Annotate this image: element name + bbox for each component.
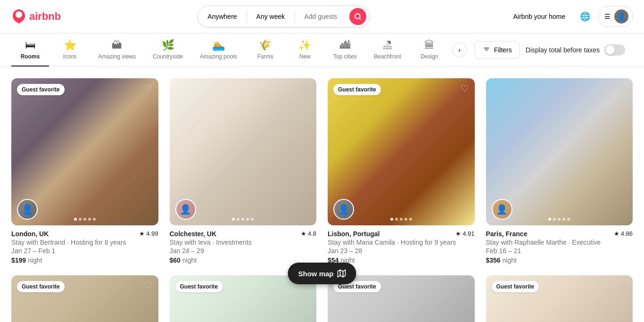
- listing-location: London, UK: [11, 230, 49, 238]
- listing-card[interactable]: Guest favorite ♡ 👤 Lisbon, Portugal ★ 4.…: [328, 78, 475, 264]
- image-dot: [93, 218, 96, 221]
- logo[interactable]: airbnb: [11, 9, 61, 24]
- listing-location: Colchester, UK: [170, 230, 217, 238]
- category-label-top-cities: Top cities: [333, 53, 357, 60]
- rating-value: 4.8: [308, 230, 316, 237]
- category-item-beachfront[interactable]: 🏖 Beachfront: [366, 33, 409, 66]
- guest-favorite-badge: Guest favorite: [492, 281, 539, 292]
- category-label-amazing-pools: Amazing pools: [200, 53, 237, 60]
- toggle-knob: [605, 45, 615, 55]
- price-unit: night: [182, 256, 197, 264]
- guest-favorite-badge: Guest favorite: [333, 84, 381, 95]
- image-dot: [405, 218, 407, 221]
- image-dot: [83, 218, 86, 221]
- logo-text: airbnb: [29, 10, 61, 23]
- listing-card[interactable]: ♡ 👤 Paris, France ★ 4.86 Stay with Rapha…: [486, 78, 633, 264]
- category-item-top-cities[interactable]: 🏙 Top cities: [326, 33, 364, 66]
- price-unit: night: [503, 256, 517, 264]
- category-item-countryside[interactable]: 🌿 Countryside: [145, 33, 190, 66]
- filters-button[interactable]: Filters: [475, 41, 520, 59]
- guests-search[interactable]: Add guests: [295, 8, 347, 25]
- wishlist-button[interactable]: ♡: [619, 281, 627, 290]
- category-icon-rooms: 🛏: [25, 39, 35, 51]
- category-label-beachfront: Beachfront: [374, 53, 401, 60]
- category-item-amazing-views[interactable]: 🏔 Amazing views: [91, 33, 143, 66]
- category-label-farms: Farms: [257, 53, 273, 60]
- listing-rating: ★ 4.91: [455, 230, 474, 237]
- airbnb-your-home-button[interactable]: Airbnb your home: [506, 8, 572, 25]
- category-item-icons[interactable]: ⭐ Icons: [51, 33, 89, 66]
- listing-card[interactable]: ♡ 👤 Colchester, UK ★ 4.8 Stay with Ieva …: [170, 78, 317, 264]
- category-icon-amazing-views: 🏔: [112, 39, 122, 51]
- menu-user-button[interactable]: ☰ 👤: [598, 6, 633, 27]
- star-icon: ★: [301, 230, 306, 237]
- category-icon-beachfront: 🏖: [382, 39, 393, 51]
- image-dots: [548, 218, 570, 221]
- category-item-rooms[interactable]: 🛏 Rooms: [11, 33, 49, 66]
- category-icon-amazing-pools: 🏊: [212, 39, 225, 51]
- listing-image-wrapper: ♡ 👤: [170, 78, 317, 225]
- dates-search[interactable]: Any week: [247, 8, 295, 25]
- image-dot: [88, 218, 91, 221]
- category-items: 🛏 Rooms ⭐ Icons 🏔 Amazing views 🌿 Countr…: [11, 33, 450, 66]
- listing-subtitle: Stay with Maria Camila · Hosting for 9 y…: [328, 239, 475, 246]
- image-dot: [548, 218, 551, 221]
- image-dots: [74, 218, 96, 221]
- display-taxes-label: Display total before taxes: [526, 46, 600, 54]
- image-dot: [390, 218, 393, 221]
- wishlist-button[interactable]: ♡: [461, 84, 469, 93]
- wishlist-button[interactable]: ♡: [461, 281, 469, 290]
- listing-info: London, UK ★ 4.99 Stay with Bertrand · H…: [11, 230, 158, 264]
- host-avatar: 👤: [333, 199, 354, 220]
- category-item-new[interactable]: ✨ New: [286, 33, 324, 66]
- svg-point-0: [355, 14, 360, 19]
- svg-line-1: [359, 18, 361, 19]
- listing-price: $356 night: [486, 256, 633, 264]
- search-icon: [354, 13, 362, 20]
- listing-image-wrapper: Guest favorite ♡: [11, 275, 158, 322]
- category-label-design: Design: [421, 53, 438, 60]
- wishlist-button[interactable]: ♡: [144, 84, 153, 93]
- price-value: $199: [11, 256, 26, 264]
- category-item-design[interactable]: 🏛 Design: [411, 33, 448, 66]
- guest-favorite-badge: Guest favorite: [17, 281, 65, 292]
- listing-info-row: Paris, France ★ 4.86: [486, 230, 633, 238]
- listing-info-row: Colchester, UK ★ 4.8: [170, 230, 317, 238]
- wishlist-button[interactable]: ♡: [619, 84, 627, 93]
- search-button[interactable]: [349, 8, 366, 25]
- listing-dates: Jan 24 – 29: [170, 247, 317, 255]
- listings-grid: Guest favorite ♡ 👤 London, UK ★ 4.99 Sta…: [11, 78, 633, 322]
- listing-image-wrapper: ♡ 👤: [486, 78, 633, 225]
- image-dot: [567, 218, 570, 221]
- image-dot: [558, 218, 561, 221]
- listing-dates: Feb 16 – 21: [486, 247, 633, 255]
- category-item-farms[interactable]: 🌾 Farms: [247, 33, 284, 66]
- location-search[interactable]: Anywhere: [198, 8, 246, 25]
- listing-card[interactable]: Guest favorite ♡ 👤 London, UK ★ 4.99 Sta…: [11, 78, 158, 264]
- listing-info-row: Lisbon, Portugal ★ 4.91: [328, 230, 475, 238]
- listing-dates: Jan 27 – Feb 1: [11, 247, 158, 255]
- svg-marker-5: [338, 270, 346, 277]
- listing-info: Paris, France ★ 4.86 Stay with Raphaelle…: [486, 230, 633, 264]
- category-nav-next[interactable]: ›: [452, 42, 467, 58]
- globe-icon: 🌐: [580, 11, 590, 22]
- globe-button[interactable]: 🌐: [576, 7, 594, 26]
- show-map-button[interactable]: Show map: [288, 263, 356, 284]
- host-avatar: 👤: [17, 199, 38, 220]
- user-icon: 👤: [617, 12, 626, 21]
- listing-card[interactable]: Guest favorite ♡: [11, 275, 158, 322]
- image-dots: [232, 218, 254, 221]
- wishlist-button[interactable]: ♡: [144, 281, 153, 290]
- category-icon-new: ✨: [298, 39, 311, 51]
- rating-value: 4.99: [146, 230, 158, 237]
- price-value: $60: [170, 256, 181, 264]
- wishlist-button[interactable]: ♡: [302, 84, 311, 93]
- host-avatar: 👤: [492, 199, 512, 220]
- header: airbnb Anywhere Any week Add guests Airb…: [0, 0, 644, 33]
- category-item-amazing-pools[interactable]: 🏊 Amazing pools: [192, 33, 245, 66]
- rating-value: 4.91: [462, 230, 474, 237]
- image-dot: [232, 218, 235, 221]
- listing-card[interactable]: Guest favorite ♡: [486, 275, 633, 322]
- display-taxes-toggle[interactable]: [604, 44, 625, 56]
- show-map-label: Show map: [298, 270, 333, 278]
